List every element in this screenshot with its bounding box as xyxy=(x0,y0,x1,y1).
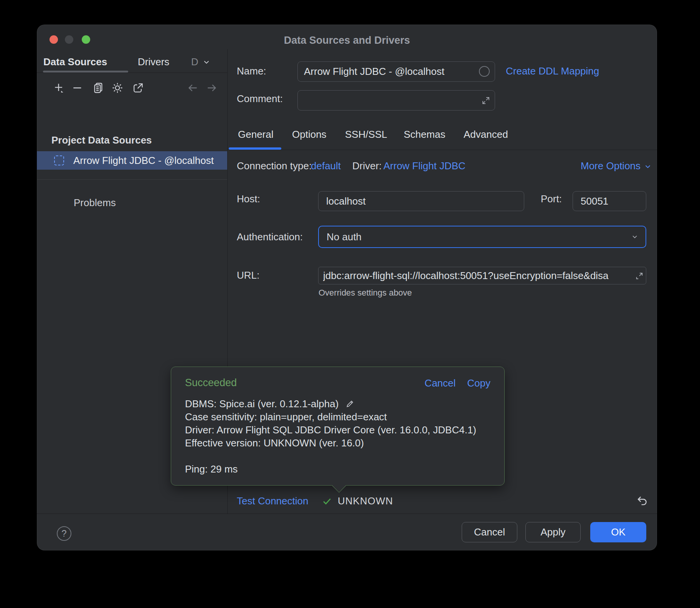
sidebar-tab-strip: Data Sources Drivers D xyxy=(37,49,227,73)
test-connection-link[interactable]: Test Connection xyxy=(237,495,308,507)
remove-button[interactable] xyxy=(71,81,84,95)
tab-data-sources[interactable]: Data Sources xyxy=(43,56,107,68)
popup-body: DBMS: Spice.ai (ver. 0.12.1-alpha) Case … xyxy=(185,397,490,476)
tab-drivers[interactable]: Drivers xyxy=(138,56,169,68)
popup-line-dbms-text: DBMS: Spice.ai (ver. 0.12.1-alpha) xyxy=(185,398,338,410)
popup-line-dbms: DBMS: Spice.ai (ver. 0.12.1-alpha) xyxy=(185,397,490,410)
ok-button[interactable]: OK xyxy=(590,522,646,542)
more-options-button[interactable]: More Options xyxy=(581,160,652,172)
comment-input[interactable] xyxy=(298,91,495,110)
authentication-select[interactable]: No auth xyxy=(318,226,646,248)
duplicate-icon xyxy=(92,82,104,94)
url-field[interactable] xyxy=(318,267,646,284)
url-input[interactable] xyxy=(319,267,646,284)
connection-type-label: Connection type: xyxy=(237,160,312,172)
datasource-list-item[interactable]: Arrow Flight JDBC - @localhost xyxy=(37,151,227,170)
connection-type-value[interactable]: default xyxy=(311,160,341,172)
popup-line-version: Effective version: UNKNOWN (ver. 16.0) xyxy=(185,436,490,449)
tab-advanced[interactable]: Advanced xyxy=(464,129,508,140)
open-in-new-icon xyxy=(132,82,144,94)
back-button[interactable] xyxy=(186,81,200,95)
tab-ssh-ssl[interactable]: SSH/SSL xyxy=(345,129,387,140)
driver-label: Driver: xyxy=(352,160,382,172)
popup-line-ping: Ping: 29 ms xyxy=(185,463,490,476)
chevron-down-icon xyxy=(631,233,639,241)
tab-options[interactable]: Options xyxy=(292,129,327,140)
host-field[interactable] xyxy=(318,191,524,211)
progress-ring-icon xyxy=(479,66,490,77)
popup-notch xyxy=(332,478,346,492)
sidebar-toolbar xyxy=(37,78,227,101)
authentication-value: No auth xyxy=(327,231,362,243)
host-input[interactable] xyxy=(319,192,524,211)
tab-strip-divider xyxy=(37,73,227,73)
sidebar-section-divider xyxy=(37,179,227,180)
name-label: Name: xyxy=(237,65,266,77)
check-icon xyxy=(322,496,332,507)
open-in-new-button[interactable] xyxy=(131,81,145,95)
tab-ddl-truncated[interactable]: D xyxy=(191,56,198,68)
chevron-down-icon[interactable] xyxy=(202,58,211,67)
test-status: UNKNOWN xyxy=(338,495,393,507)
section-header: Project Data Sources xyxy=(51,134,152,146)
undo-button[interactable] xyxy=(635,494,649,508)
footer: ? Cancel Apply OK xyxy=(37,514,657,550)
data-sources-dialog: Data Sources and Drivers Data Sources Dr… xyxy=(37,25,657,550)
window-title: Data Sources and Drivers xyxy=(37,35,657,46)
port-input[interactable] xyxy=(573,192,646,211)
settings-button[interactable] xyxy=(111,81,124,95)
host-label: Host: xyxy=(237,193,260,205)
name-input[interactable] xyxy=(298,62,495,81)
create-ddl-mapping-link[interactable]: Create DDL Mapping xyxy=(506,65,599,77)
datasource-icon xyxy=(54,155,64,165)
add-icon xyxy=(53,82,65,94)
cancel-button[interactable]: Cancel xyxy=(462,522,517,542)
popup-header: Succeeded Cancel Copy xyxy=(185,377,490,389)
chevron-down-icon xyxy=(644,162,652,171)
tabs-divider xyxy=(228,150,657,150)
page-background: { "window": { "title": "Data Sources and… xyxy=(0,0,700,608)
port-label: Port: xyxy=(541,193,562,205)
url-hint: Overrides settings above xyxy=(319,288,412,298)
duplicate-button[interactable] xyxy=(91,81,105,95)
driver-value-link[interactable]: Arrow Flight JDBC xyxy=(383,160,466,172)
back-arrow-icon xyxy=(187,82,199,94)
comment-field[interactable] xyxy=(297,90,495,111)
sidebar-item-problems[interactable]: Problems xyxy=(74,197,116,208)
forward-arrow-icon xyxy=(206,82,218,94)
titlebar: Data Sources and Drivers xyxy=(37,25,657,49)
authentication-label: Authentication: xyxy=(237,231,303,243)
gear-icon xyxy=(111,82,124,94)
popup-line-driver: Driver: Arrow Flight SQL JDBC Driver Cor… xyxy=(185,423,490,436)
popup-cancel-link[interactable]: Cancel xyxy=(424,377,456,389)
undo-icon xyxy=(636,494,649,507)
url-label: URL: xyxy=(237,269,259,281)
tab-general[interactable]: General xyxy=(238,129,274,140)
test-connection-popup: Succeeded Cancel Copy DBMS: Spice.ai (ve… xyxy=(171,367,505,486)
remove-icon xyxy=(71,82,84,94)
more-options-label: More Options xyxy=(581,160,641,172)
popup-line-case: Case sensitivity: plain=upper, delimited… xyxy=(185,410,490,423)
comment-label: Comment: xyxy=(237,93,283,104)
expand-icon[interactable] xyxy=(481,96,491,106)
pencil-icon[interactable] xyxy=(345,399,355,408)
tab-schemas[interactable]: Schemas xyxy=(404,129,445,140)
help-icon[interactable]: ? xyxy=(57,526,71,541)
expand-icon[interactable] xyxy=(634,271,644,281)
apply-button[interactable]: Apply xyxy=(525,522,581,542)
popup-copy-link[interactable]: Copy xyxy=(467,377,490,389)
port-field[interactable] xyxy=(573,191,646,211)
popup-status: Succeeded xyxy=(185,377,424,389)
add-button[interactable] xyxy=(52,81,66,95)
datasource-item-label: Arrow Flight JDBC - @localhost xyxy=(73,155,214,166)
name-field[interactable] xyxy=(297,61,495,82)
forward-button[interactable] xyxy=(205,81,219,95)
